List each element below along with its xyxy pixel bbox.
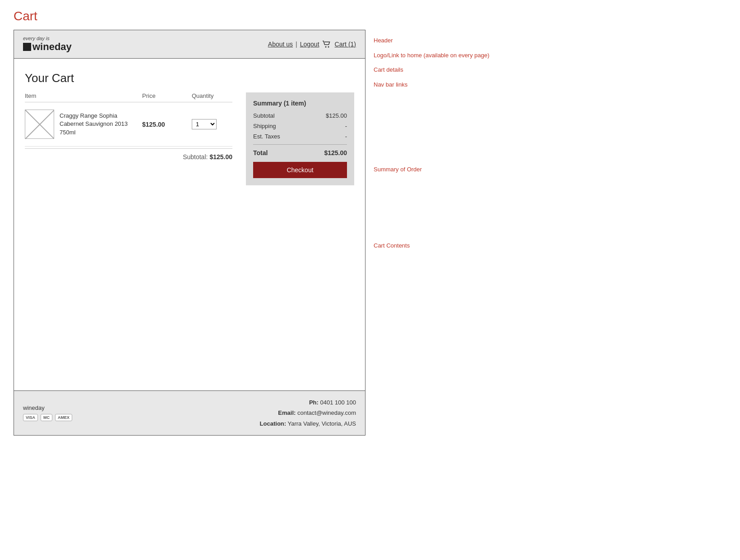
logo-tagline: every day is: [23, 36, 50, 41]
cart-icon: [322, 41, 331, 48]
subtotal-value: $125.00: [209, 153, 232, 161]
summary-subtotal-value: $125.00: [326, 112, 347, 119]
logo-text: wineday: [32, 41, 72, 53]
cart-table-header: Item Price Quantity: [25, 92, 232, 102]
annotation-list: Header Logo/Link to home (available on e…: [374, 34, 518, 252]
product-price: $125.00: [142, 121, 192, 128]
site-header: every day is wineday About us | Logout C…: [14, 30, 365, 59]
annotation-summary: Summary of Order: [374, 163, 518, 176]
quantity-stepper[interactable]: 1 2 3: [192, 119, 217, 129]
column-quantity-header: Quantity: [192, 92, 232, 99]
product-quantity-col: 1 2 3: [192, 119, 232, 129]
main-content: Your Cart Item Price Quantity Craggy Ran…: [14, 59, 365, 390]
page-title: Cart: [14, 9, 726, 23]
column-item-header: Item: [25, 92, 142, 99]
footer-left: wineday VISA MC AMEX: [23, 404, 72, 421]
visa-badge: VISA: [23, 414, 38, 421]
footer-phone: Ph: 0401 100 100: [260, 397, 356, 408]
product-name: Craggy Range Sophia Cabernet Sauvignon 2…: [60, 112, 142, 137]
logo-link[interactable]: wineday: [23, 41, 72, 53]
email-value: contact@wineday.com: [297, 409, 356, 416]
subtotal-label: Subtotal:: [183, 153, 208, 161]
summary-shipping-label: Shipping: [253, 123, 276, 129]
annotation-cart-contents: Cart Contents: [374, 239, 518, 252]
checkout-button[interactable]: Checkout: [253, 162, 347, 178]
footer-email: Email: contact@wineday.com: [260, 408, 356, 418]
summary-total-label: Total: [253, 149, 268, 156]
nav-separator: |: [296, 41, 297, 48]
email-label: Email:: [278, 409, 296, 416]
phone-value: 0401 100 100: [320, 399, 356, 406]
location-label: Location:: [260, 420, 287, 427]
your-cart-title: Your Cart: [25, 71, 354, 85]
summary-subtotal-row: Subtotal $125.00: [253, 112, 347, 119]
nav-bar: About us | Logout Cart (1): [268, 41, 356, 48]
summary-total-row: Total $125.00: [253, 149, 347, 156]
logout-link[interactable]: Logout: [300, 41, 319, 48]
footer-brand: wineday: [23, 404, 72, 411]
product-image: [25, 110, 54, 139]
cart-subtotal-row: Subtotal: $125.00: [25, 148, 232, 165]
site-footer: wineday VISA MC AMEX Ph: 0401 100 100 Em…: [14, 390, 365, 435]
order-summary: Summary (1 item) Subtotal $125.00 Shippi…: [246, 92, 354, 185]
summary-total-value: $125.00: [324, 149, 347, 156]
column-price-header: Price: [142, 92, 192, 99]
summary-shipping-row: Shipping -: [253, 123, 347, 129]
footer-location: Location: Yarra Valley, Victoria, AUS: [260, 418, 356, 429]
cart-layout: Item Price Quantity Craggy Range Sophia …: [25, 92, 354, 185]
cart-items-section: Item Price Quantity Craggy Range Sophia …: [25, 92, 232, 165]
summary-shipping-value: -: [345, 123, 347, 129]
svg-point-1: [328, 46, 329, 48]
table-row: Craggy Range Sophia Cabernet Sauvignon 2…: [25, 102, 232, 147]
logo-square-icon: [23, 43, 31, 51]
summary-divider: [253, 144, 347, 145]
summary-subtotal-label: Subtotal: [253, 112, 275, 119]
summary-taxes-label: Est. Taxes: [253, 133, 280, 140]
location-value: Yarra Valley, Victoria, AUS: [288, 420, 356, 427]
svg-point-0: [325, 46, 326, 48]
mastercard-badge: MC: [41, 414, 52, 421]
product-col: Craggy Range Sophia Cabernet Sauvignon 2…: [25, 110, 142, 139]
annotation-cart-details: Cart details: [374, 64, 518, 77]
phone-label: Ph:: [309, 399, 319, 406]
footer-contact: Ph: 0401 100 100 Email: contact@wineday.…: [260, 397, 356, 429]
summary-taxes-value: -: [345, 133, 347, 140]
site-frame: every day is wineday About us | Logout C…: [14, 30, 365, 436]
summary-taxes-row: Est. Taxes -: [253, 133, 347, 140]
amex-badge: AMEX: [55, 414, 72, 421]
annotation-logo: Logo/Link to home (available on every pa…: [374, 49, 518, 62]
annotation-nav-links: Nav bar links: [374, 78, 518, 92]
about-us-link[interactable]: About us: [268, 41, 293, 48]
payment-badges: VISA MC AMEX: [23, 414, 72, 421]
logo-area[interactable]: every day is wineday: [23, 36, 72, 53]
summary-title: Summary (1 item): [253, 100, 347, 107]
annotation-header: Header: [374, 34, 518, 47]
cart-link[interactable]: Cart (1): [335, 41, 356, 48]
annotations-area: Header Logo/Link to home (available on e…: [374, 30, 518, 252]
